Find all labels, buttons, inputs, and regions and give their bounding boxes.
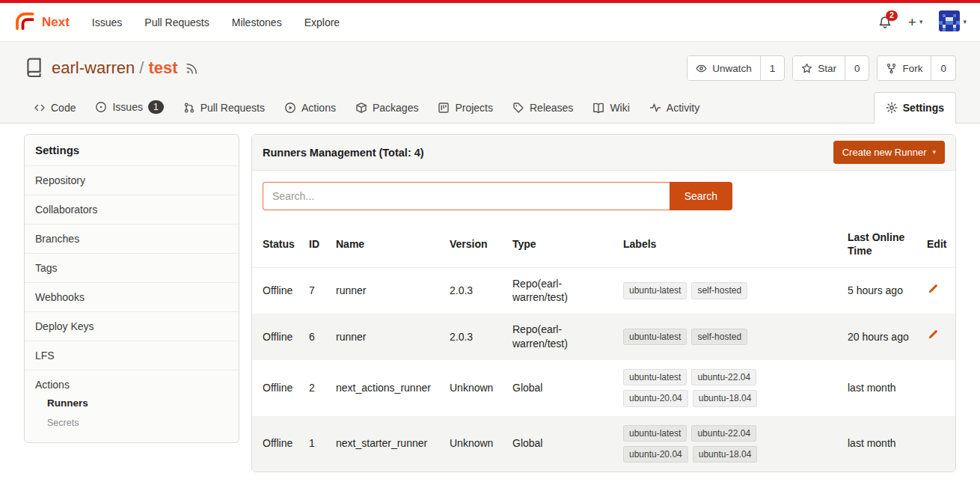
caret-down-icon: ▾ <box>932 149 936 156</box>
table-row: Offline 1 next_starter_runner Unknown Gl… <box>252 416 955 472</box>
repo-title: earl-warren / test <box>52 58 178 78</box>
panel-title: Runners Management (Total: 4) <box>263 147 424 159</box>
tab-settings[interactable]: Settings <box>874 92 956 123</box>
eye-icon <box>696 63 707 74</box>
forks-count[interactable]: 0 <box>931 56 955 80</box>
rss-feed-icon[interactable] <box>186 62 198 75</box>
sidebar-item-lfs[interactable]: LFS <box>25 341 239 370</box>
label-chip: self-hosted <box>691 282 747 299</box>
sidebar-item-collaborators[interactable]: Collaborators <box>25 195 239 225</box>
tab-label: Activity <box>667 102 699 114</box>
runner-labels: ubuntu-latest self-hosted <box>623 329 773 345</box>
runner-type: Repo(earl-warren/test) <box>506 267 617 314</box>
label-chip: ubuntu-20.04 <box>623 446 688 463</box>
sidebar-item-branches[interactable]: Branches <box>25 225 239 254</box>
table-row: Offline 6 runner 2.0.3 Repo(earl-warren/… <box>252 314 955 360</box>
edit-runner-button[interactable] <box>927 284 938 299</box>
runner-last-online: 20 hours ago <box>842 314 921 360</box>
gear-icon <box>886 102 898 114</box>
fork-group: Fork 0 <box>877 55 956 81</box>
search-row: Search <box>252 171 955 222</box>
fork-icon <box>886 63 897 74</box>
unwatch-button[interactable]: Unwatch <box>687 56 760 80</box>
runner-last-online: 5 hours ago <box>842 267 921 314</box>
unwatch-label: Unwatch <box>712 63 752 74</box>
book-open-icon <box>592 102 604 114</box>
tab-releases[interactable]: Releases <box>503 93 583 123</box>
search-input[interactable] <box>263 182 670 210</box>
sidebar-item-repository[interactable]: Repository <box>25 166 239 195</box>
sidebar-header: Settings <box>25 135 239 166</box>
notifications-button[interactable]: 2 <box>878 16 892 29</box>
tab-actions[interactable]: Actions <box>275 93 346 123</box>
caret-down-icon: ▾ <box>963 19 967 25</box>
tab-pull-requests[interactable]: Pull Requests <box>174 93 275 123</box>
runner-id: 7 <box>303 267 330 314</box>
create-menu-button[interactable]: + ▾ <box>908 15 923 29</box>
tab-label: Issues <box>112 101 142 113</box>
runner-status: Offline <box>252 416 303 472</box>
tab-code[interactable]: Code <box>24 93 85 123</box>
label-chip: ubuntu-latest <box>623 329 687 345</box>
table-header-row: Status ID Name Version Type Labels Last … <box>252 222 955 267</box>
sidebar-item-secrets[interactable]: Secrets <box>47 414 228 432</box>
repo-owner-link[interactable]: earl-warren <box>52 58 135 78</box>
navbar-right: 2 + ▾ ▾ <box>878 10 967 34</box>
tab-packages[interactable]: Packages <box>346 93 428 123</box>
runner-name: runner <box>330 314 444 360</box>
tab-label: Actions <box>301 102 336 114</box>
home-link[interactable]: Next <box>13 10 70 34</box>
avatar <box>939 10 960 34</box>
nav-pull-requests-link[interactable]: Pull Requests <box>144 16 209 28</box>
navbar-links: Issues Pull Requests Milestones Explore <box>92 16 340 28</box>
watchers-count[interactable]: 1 <box>760 56 785 80</box>
col-edit: Edit <box>921 222 955 267</box>
pencil-icon <box>927 331 938 343</box>
runner-last-online: last month <box>842 360 921 415</box>
repo-name-link[interactable]: test <box>148 58 177 78</box>
sidebar-item-deploy-keys[interactable]: Deploy Keys <box>25 312 239 341</box>
nav-issues-link[interactable]: Issues <box>92 16 122 28</box>
runner-type: Global <box>506 360 617 415</box>
runner-id: 1 <box>303 416 330 472</box>
col-last-online: Last Online Time <box>842 222 921 267</box>
sidebar-item-actions[interactable]: Actions <box>35 379 70 391</box>
forgejo-logo-icon <box>13 10 36 34</box>
tab-issues[interactable]: Issues 1 <box>85 91 173 123</box>
tab-label: Wiki <box>610 102 629 114</box>
runners-table: Status ID Name Version Type Labels Last … <box>252 222 955 472</box>
notification-badge: 2 <box>886 10 898 21</box>
search-button[interactable]: Search <box>670 182 732 210</box>
runner-status: Offline <box>252 360 303 415</box>
col-id: ID <box>303 222 330 267</box>
stars-count[interactable]: 0 <box>845 56 869 80</box>
runner-type: Repo(earl-warren/test) <box>506 314 617 360</box>
tab-label: Projects <box>455 102 493 114</box>
label-chip: ubuntu-18.04 <box>693 446 758 463</box>
runner-name: next_actions_runner <box>330 360 444 415</box>
tab-wiki[interactable]: Wiki <box>583 93 639 123</box>
sidebar-item-webhooks[interactable]: Webhooks <box>25 283 239 312</box>
sidebar-section-actions: Actions Runners Secrets <box>25 370 239 442</box>
tab-projects[interactable]: Projects <box>428 93 503 123</box>
caret-down-icon: ▾ <box>919 19 923 25</box>
nav-milestones-link[interactable]: Milestones <box>232 16 282 28</box>
nav-explore-link[interactable]: Explore <box>304 16 340 28</box>
label-chip: self-hosted <box>691 329 747 345</box>
fork-label: Fork <box>902 63 922 74</box>
runner-name: runner <box>330 267 444 314</box>
star-button[interactable]: Star <box>793 56 845 80</box>
tab-activity[interactable]: Activity <box>640 93 709 123</box>
runner-labels: ubuntu-latest self-hosted <box>623 282 773 299</box>
sidebar-item-tags[interactable]: Tags <box>25 254 239 283</box>
label-chip: ubuntu-latest <box>623 282 687 299</box>
edit-runner-button[interactable] <box>927 329 938 344</box>
sidebar-item-runners[interactable]: Runners <box>47 394 228 412</box>
user-menu-button[interactable]: ▾ <box>939 10 967 34</box>
fork-button[interactable]: Fork <box>878 56 931 80</box>
create-runner-button[interactable]: Create new Runner ▾ <box>833 141 945 164</box>
project-board-icon <box>438 102 450 114</box>
pencil-icon <box>927 285 938 297</box>
star-label: Star <box>818 63 836 74</box>
repo-actions: Unwatch 1 Star 0 Fork 0 <box>687 55 956 81</box>
